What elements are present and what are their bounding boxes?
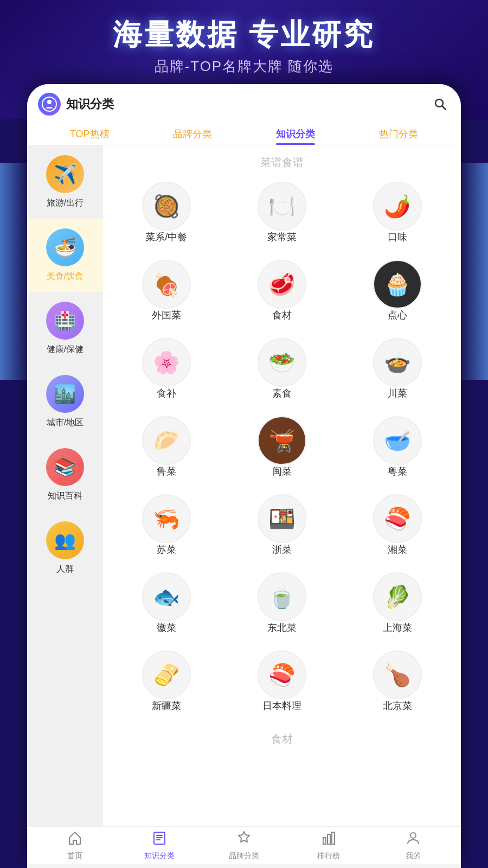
wiki-label: 知识百科 [48, 490, 82, 502]
food-label-sichuan: 川菜 [388, 387, 407, 400]
tab-hot[interactable]: 热门分类 [379, 123, 418, 145]
nav-brand[interactable]: 品牌分类 [202, 830, 286, 861]
food-item-homecook[interactable]: 🍽️ 家常菜 [224, 175, 339, 253]
food-item-taste[interactable]: 🌶️ 口味 [340, 175, 455, 253]
phone-frame: 知识分类 TOP热榜 品牌分类 知识分类 热门分类 ✈️ [27, 84, 461, 868]
food-img-xinjiang: 🫔 [142, 650, 191, 699]
hero-subtitle: 品牌-TOP名牌大牌 随你选 [0, 57, 488, 76]
food-img-ingredient: 🥩 [258, 260, 306, 309]
sidebar-item-food[interactable]: 🍜 美食/饮食 [27, 219, 103, 292]
home-icon [67, 830, 82, 849]
food-img-sichuan: 🍲 [373, 338, 422, 387]
sidebar-item-city[interactable]: 🏙️ 城市/地区 [27, 365, 103, 438]
sidebar-item-wiki[interactable]: 📚 知识百科 [27, 438, 103, 512]
nav-knowledge[interactable]: 知识分类 [117, 830, 202, 861]
food-grid: 🥘 菜系/中餐 🍽️ 家常菜 🌶️ 口味 🍖 外国菜 🥩 食材 [103, 175, 461, 722]
sidebar-item-people[interactable]: 👥 人群 [27, 512, 103, 585]
food-label-japan: 日本料理 [262, 699, 301, 712]
city-label: 城市/地区 [47, 417, 84, 429]
nav-mine-label: 我的 [406, 851, 421, 861]
food-item-beijing[interactable]: 🍗 北京菜 [340, 644, 455, 722]
search-button[interactable] [431, 94, 450, 114]
food-img-zhe: 🍱 [258, 494, 306, 543]
food-item-veg[interactable]: 🥗 素食 [224, 331, 339, 410]
health-label: 健康/保健 [47, 344, 84, 355]
food-item-yue[interactable]: 🥣 粤菜 [340, 410, 455, 488]
tabs-row: TOP热榜 品牌分类 知识分类 热门分类 [38, 123, 450, 145]
svg-rect-7 [332, 832, 335, 844]
food-label-dessert: 点心 [388, 309, 407, 322]
food-label-homecook: 家常菜 [267, 231, 297, 244]
travel-label: 旅游/出行 [47, 197, 84, 209]
wiki-icon: 📚 [46, 448, 84, 486]
food-item-xinjiang[interactable]: 🫔 新疆菜 [108, 644, 224, 722]
food-img-chinese: 🥘 [142, 182, 191, 231]
food-label-xiang: 湘菜 [388, 543, 407, 556]
app-header: 知识分类 TOP热榜 品牌分类 知识分类 热门分类 [27, 84, 461, 145]
food-item-chinese[interactable]: 🥘 菜系/中餐 [108, 175, 224, 253]
tab-knowledge[interactable]: 知识分类 [276, 123, 315, 145]
food-img-su: 🦐 [142, 494, 191, 543]
food-item-xiang[interactable]: 🍣 湘菜 [340, 488, 455, 566]
food-img-shanghai: 🥬 [373, 572, 422, 621]
food-label-foreign: 外国菜 [152, 309, 181, 322]
food-item-dessert[interactable]: 🧁 点心 [340, 253, 455, 331]
health-icon: 🏥 [46, 302, 84, 340]
food-item-lu[interactable]: 🥟 鲁菜 [108, 410, 224, 488]
food-item-sichuan[interactable]: 🍲 川菜 [340, 331, 455, 410]
tab-top[interactable]: TOP热榜 [70, 123, 110, 145]
logo-icon [42, 97, 57, 112]
main-content: ✈️ 旅游/出行 🍜 美食/饮食 🏥 健康/保健 🏙️ [27, 145, 461, 826]
food-img-beijing: 🍗 [373, 650, 422, 699]
knowledge-icon [152, 830, 167, 849]
app-logo [38, 93, 61, 116]
food-item-foreign[interactable]: 🍖 外国菜 [108, 253, 224, 331]
food-item-min[interactable]: 🫕 闽菜 [224, 410, 339, 488]
food-item-supplement[interactable]: 🌸 食补 [108, 331, 224, 410]
food-label-ingredient: 食材 [272, 309, 292, 322]
food-item-zhe[interactable]: 🍱 浙菜 [224, 488, 339, 566]
food-label: 美食/饮食 [47, 271, 84, 282]
food-label-su: 苏菜 [157, 543, 176, 556]
food-img-dongbei: 🍵 [258, 572, 306, 621]
hero-title: 海量数据 专业研究 [0, 15, 488, 55]
right-content: 菜谱食谱 🥘 菜系/中餐 🍽️ 家常菜 🌶️ 口味 🍖 外国菜 [103, 145, 461, 826]
sidebar: ✈️ 旅游/出行 🍜 美食/饮食 🏥 健康/保健 🏙️ [27, 145, 103, 826]
search-icon [433, 97, 447, 111]
svg-rect-5 [323, 838, 326, 844]
food-item-ingredient[interactable]: 🥩 食材 [224, 253, 339, 331]
food-img-homecook: 🍽️ [258, 182, 306, 231]
section-header-recipe: 菜谱食谱 [103, 145, 461, 175]
nav-mine[interactable]: 我的 [371, 830, 455, 861]
svg-point-8 [410, 833, 416, 838]
mine-icon [406, 830, 421, 849]
food-item-dongbei[interactable]: 🍵 东北菜 [224, 566, 339, 644]
sidebar-item-travel[interactable]: ✈️ 旅游/出行 [27, 145, 103, 219]
food-label-shanghai: 上海菜 [383, 621, 412, 634]
nav-home[interactable]: 首页 [33, 830, 117, 861]
food-label-supplement: 食补 [157, 387, 176, 400]
brand-icon [236, 830, 252, 849]
food-item-shanghai[interactable]: 🥬 上海菜 [340, 566, 455, 644]
food-label-yue: 粤菜 [388, 465, 407, 478]
header-top: 知识分类 [38, 93, 450, 116]
food-item-japan[interactable]: 🍣 日本料理 [224, 644, 339, 722]
food-label-veg: 素食 [272, 387, 292, 400]
food-item-su[interactable]: 🦐 苏菜 [108, 488, 224, 566]
city-icon: 🏙️ [46, 375, 84, 413]
food-icon: 🍜 [46, 228, 84, 266]
food-label-zhe: 浙菜 [272, 543, 292, 556]
nav-ranking-label: 排行榜 [317, 851, 340, 861]
food-label-chinese: 菜系/中餐 [145, 231, 187, 244]
food-img-veg: 🥗 [258, 338, 306, 387]
tab-brand[interactable]: 品牌分类 [173, 123, 212, 145]
people-icon: 👥 [46, 521, 84, 559]
people-label: 人群 [56, 564, 74, 575]
food-label-min: 闽菜 [272, 465, 292, 478]
nav-ranking[interactable]: 排行榜 [286, 830, 371, 861]
sidebar-item-health[interactable]: 🏥 健康/保健 [27, 292, 103, 365]
food-img-supplement: 🌸 [142, 338, 191, 387]
food-label-xinjiang: 新疆菜 [152, 699, 181, 712]
food-item-hui[interactable]: 🐟 徽菜 [108, 566, 224, 644]
food-label-lu: 鲁菜 [157, 465, 176, 478]
